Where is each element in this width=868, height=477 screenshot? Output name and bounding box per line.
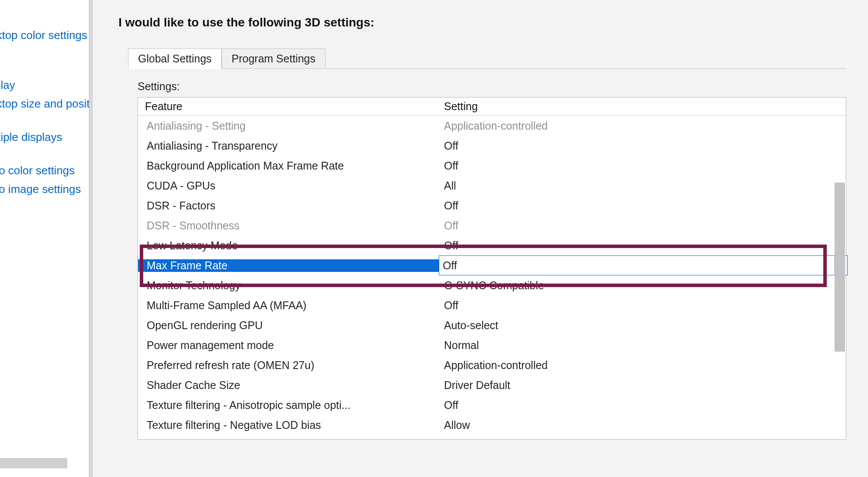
sidebar-nav: Adjust desktop color settings Rotate dis… [0, 0, 92, 477]
setting-cell: Off [439, 219, 846, 232]
feature-cell: Texture filtering - Negative LOD bias [138, 419, 439, 431]
feature-cell: Preferred refresh rate (OMEN 27u) [138, 359, 439, 372]
setting-cell: Off [439, 160, 846, 172]
settings-row[interactable]: Antialiasing - SettingApplication-contro… [138, 116, 846, 136]
setting-cell: Normal [439, 339, 846, 352]
settings-row[interactable]: Max Frame RateOff⌄ [138, 255, 846, 275]
main-panel: I would like to use the following 3D set… [92, 0, 868, 477]
setting-cell: Auto-select [439, 319, 846, 332]
feature-cell: Antialiasing - Setting [138, 120, 439, 132]
section-heading: I would like to use the following 3D set… [118, 16, 846, 29]
settings-row[interactable]: Texture filtering - Negative LOD biasAll… [138, 415, 846, 435]
sidebar-link-color-settings[interactable]: Adjust desktop color settings [0, 26, 91, 45]
setting-cell: All [439, 180, 846, 192]
feature-cell: Low Latency Mode [138, 239, 439, 252]
sidebar-link-rotate[interactable]: Rotate display [0, 76, 91, 95]
sidebar-link-size-position[interactable]: Adjust desktop size and position [0, 95, 91, 113]
setting-cell: Driver Default [439, 379, 846, 392]
settings-row[interactable]: Low Latency ModeOff [138, 235, 846, 255]
settings-row[interactable]: Preferred refresh rate (OMEN 27u)Applica… [138, 355, 846, 375]
list-vertical-scrollbar[interactable] [835, 183, 845, 352]
feature-cell: Antialiasing - Transparency [138, 140, 439, 152]
settings-row[interactable]: DSR - FactorsOff [138, 196, 846, 216]
settings-row[interactable]: Background Application Max Frame RateOff [138, 156, 846, 176]
feature-cell: CUDA - GPUs [138, 180, 439, 192]
list-header-row: Feature Setting [138, 98, 846, 116]
setting-dropdown-value: Off [443, 259, 457, 272]
feature-cell: Max Frame Rate [138, 259, 439, 272]
sidebar-horizontal-scrollbar[interactable] [0, 458, 67, 468]
sidebar-link-video-color[interactable]: Adjust video color settings [0, 161, 91, 180]
setting-cell: Application-controlled [439, 359, 846, 372]
settings-row[interactable]: Texture filtering - Anisotropic sample o… [138, 395, 846, 415]
settings-row[interactable]: DSR - SmoothnessOff [138, 216, 846, 235]
settings-label: Settings: [138, 80, 846, 93]
feature-cell: Power management mode [138, 339, 439, 352]
sidebar-link-video-image[interactable]: Adjust video image settings [0, 180, 91, 199]
feature-cell: DSR - Smoothness [138, 219, 439, 232]
settings-row[interactable]: Multi-Frame Sampled AA (MFAA)Off [138, 295, 846, 315]
sidebar-divider [89, 0, 92, 477]
feature-cell: Multi-Frame Sampled AA (MFAA) [138, 299, 439, 312]
tab-program-settings[interactable]: Program Settings [222, 49, 326, 69]
feature-cell: OpenGL rendering GPU [138, 319, 439, 332]
sidebar-link-multi-displays[interactable]: Set up multiple displays [0, 128, 91, 147]
feature-cell: Background Application Max Frame Rate [138, 160, 439, 172]
settings-row[interactable]: CUDA - GPUsAll [138, 176, 846, 196]
setting-cell: Off [439, 299, 846, 312]
column-header-feature[interactable]: Feature [138, 98, 439, 115]
settings-row[interactable]: Antialiasing - TransparencyOff [138, 136, 846, 156]
feature-cell: Shader Cache Size [138, 379, 439, 392]
settings-row[interactable]: OpenGL rendering GPUAuto-select [138, 315, 846, 335]
setting-cell: Application-controlled [439, 120, 846, 132]
setting-cell: Off [439, 199, 846, 212]
tab-bar: Global Settings Program Settings [128, 49, 846, 69]
setting-cell: Off [439, 239, 846, 252]
setting-cell: Off [439, 399, 846, 412]
setting-cell: Allow [439, 419, 846, 431]
feature-cell: Texture filtering - Anisotropic sample o… [138, 399, 439, 412]
setting-dropdown[interactable]: Off⌄ [439, 255, 848, 275]
settings-listview[interactable]: Feature Setting Antialiasing - SettingAp… [138, 97, 846, 440]
setting-cell: G-SYNC Compatible [439, 279, 846, 292]
settings-row[interactable]: Shader Cache SizeDriver Default [138, 375, 846, 395]
settings-row[interactable]: Power management modeNormal [138, 335, 846, 355]
feature-cell: Monitor Technology [138, 279, 439, 292]
setting-cell: Off [439, 140, 846, 152]
tab-global-settings[interactable]: Global Settings [128, 49, 222, 69]
column-header-setting[interactable]: Setting [439, 98, 846, 115]
feature-cell: DSR - Factors [138, 199, 439, 212]
settings-row[interactable]: Monitor TechnologyG-SYNC Compatible [138, 275, 846, 295]
